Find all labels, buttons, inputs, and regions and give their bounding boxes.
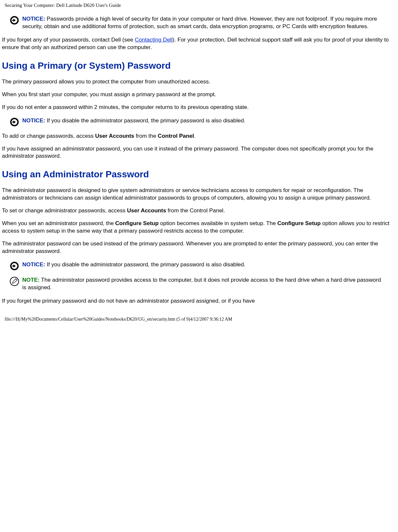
page-header: Securing Your Computer: Dell Latitude D6…: [0, 0, 398, 9]
notice-passwords-security: NOTICE: Passwords provide a high level o…: [10, 15, 395, 30]
text-fragment: from the Control Panel.: [166, 207, 225, 214]
svg-rect-8: [12, 265, 14, 266]
notice-arrow-icon: [10, 16, 19, 25]
heading-primary-password: Using a Primary (or System) Password: [2, 61, 393, 71]
paragraph: If you have assigned an administrator pa…: [2, 145, 393, 160]
text-fragment: If you forget any of your passwords, con…: [2, 37, 135, 43]
bold-control-panel: Control Panel: [158, 133, 194, 139]
document-body: NOTICE: Passwords provide a high level o…: [0, 15, 398, 305]
notice-body: If you disable the administrator passwor…: [45, 117, 245, 124]
note-body: The administrator password provides acce…: [22, 277, 381, 291]
notice-label: NOTICE:: [22, 117, 45, 124]
text-fragment: To add or change passwords, access: [2, 133, 95, 139]
bold-user-accounts: User Accounts: [127, 207, 166, 214]
notice-text: NOTICE: If you disable the administrator…: [22, 261, 382, 269]
note-label: NOTE:: [22, 277, 40, 283]
note-pencil-icon: [10, 277, 19, 286]
text-fragment: When you set an administrator password, …: [2, 220, 115, 226]
paragraph-contact-dell: If you forget any of your passwords, con…: [2, 36, 393, 51]
notice-disable-admin-2: NOTICE: If you disable the administrator…: [10, 261, 395, 271]
notice-body: Passwords provide a high level of securi…: [22, 16, 377, 29]
paragraph: When you first start your computer, you …: [2, 91, 393, 98]
notice-text: NOTICE: Passwords provide a high level o…: [22, 15, 382, 30]
contacting-dell-link[interactable]: Contacting Dell: [135, 37, 172, 43]
paragraph-add-change-passwords: To add or change passwords, access User …: [2, 133, 393, 140]
text-fragment: .: [194, 133, 196, 139]
bold-user-accounts: User Accounts: [95, 133, 134, 139]
bold-configure-setup: Configure Setup: [277, 220, 321, 226]
paragraph: The administrator password can be used i…: [2, 240, 393, 255]
bold-configure-setup: Configure Setup: [115, 220, 159, 226]
heading-admin-password: Using an Administrator Password: [2, 169, 393, 180]
paragraph-set-admin-passwords: To set or change administrator passwords…: [2, 207, 393, 215]
notice-body: If you disable the administrator passwor…: [45, 261, 245, 268]
text-fragment: To set or change administrator passwords…: [2, 207, 127, 214]
svg-rect-2: [12, 20, 14, 21]
notice-label: NOTICE:: [22, 16, 45, 22]
notice-disable-admin-1: NOTICE: If you disable the administrator…: [10, 117, 395, 127]
notice-label: NOTICE:: [22, 261, 45, 268]
text-fragment: option becomes available in system setup…: [159, 220, 277, 226]
paragraph-configure-setup: When you set an administrator password, …: [2, 220, 393, 235]
page-footer: file:///H|/My%20Documents/Cellular/User%…: [0, 310, 398, 325]
text-fragment: from the: [134, 133, 158, 139]
svg-rect-5: [12, 121, 14, 122]
note-hard-drive: NOTE: The administrator password provide…: [10, 276, 395, 292]
note-text: NOTE: The administrator password provide…: [22, 276, 382, 292]
paragraph: The administrator password is designed t…: [2, 187, 393, 202]
paragraph: If you do not enter a password within 2 …: [2, 104, 393, 111]
notice-text: NOTICE: If you disable the administrator…: [22, 117, 382, 125]
paragraph: If you forget the primary password and d…: [2, 297, 393, 305]
notice-arrow-icon: [10, 117, 19, 127]
paragraph: The primary password allows you to prote…: [2, 78, 393, 86]
notice-arrow-icon: [10, 261, 19, 271]
